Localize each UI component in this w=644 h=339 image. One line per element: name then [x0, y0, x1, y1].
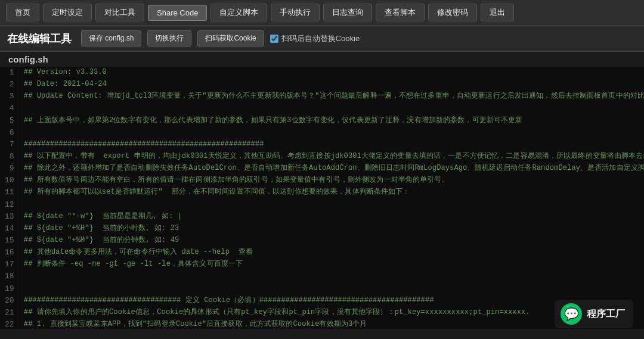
line-code: ## 所有的脚本都可以以set是否静默运行" 部分，在不同时间设置不同值，以达到… [17, 186, 644, 198]
line-number: 20 [0, 295, 17, 307]
table-row: 10 ## 所有数值等号两边不能有空白，所有的值请一律在两侧添加半角的双引号，如… [0, 175, 644, 186]
line-number: 11 [0, 186, 17, 198]
table-row: 4 [0, 102, 644, 114]
table-row: 5 ## 上面版本号中，如果第2位数字有变化，那么代表增加了新的参数，如果只有第… [0, 115, 644, 127]
page-title: 在线编辑工具 [7, 32, 72, 46]
line-number: 7 [0, 139, 17, 151]
table-row: 20 #################################### … [0, 295, 644, 307]
watermark: 💬 程序工厂 [555, 300, 633, 328]
line-code: ## ${date "*-w"} 当前星是是期几, 如: | [17, 211, 644, 223]
code-table: 1 ## Version: v3.33.02 ## Date: 2021-04-… [0, 67, 644, 329]
table-row: 12 [0, 199, 644, 211]
table-row: 13 ## ${date "*-w"} 当前星是是期几, 如: | [0, 211, 644, 223]
line-code: ## 其他date命令更多用法，可在命令行中输入 date --help 查看 [17, 247, 644, 259]
line-number: 6 [0, 127, 17, 139]
line-number: 21 [0, 307, 17, 319]
line-number: 14 [0, 223, 17, 235]
line-number: 13 [0, 211, 17, 223]
line-number: 17 [0, 259, 17, 270]
save-button[interactable]: 保存 config.sh [81, 30, 141, 46]
table-row: 9 ## 除此之外，还额外增加了是否自动删除失效任务AutoDelCron、是否… [0, 163, 644, 175]
wechat-icon: 💬 [561, 303, 582, 325]
table-row: 1 ## Version: v3.33.0 [0, 67, 644, 79]
nav-btn-share-code[interactable]: Share Code [148, 5, 207, 21]
table-row: 8 ## 以下配置中，带有 export 申明的，均由jdk0301天悦定义，其… [0, 151, 644, 163]
line-code [17, 127, 644, 139]
line-code: ## 1. 直接到某宝或某东APP，找到"扫码登录Cookie"后直接获取，此方… [17, 319, 644, 329]
line-number: 18 [0, 270, 17, 282]
table-row: 7 ######################################… [0, 139, 644, 151]
line-code [17, 283, 644, 295]
nav-btn-手动执行[interactable]: 手动执行 [271, 4, 320, 21]
table-row: 19 [0, 283, 644, 295]
line-code: ## Version: v3.33.0 [17, 67, 644, 79]
line-number: 2 [0, 79, 17, 91]
table-row: 18 [0, 270, 644, 282]
table-row: 16 ## 其他date命令更多用法，可在命令行中输入 date --help … [0, 247, 644, 259]
editor-area[interactable]: 1 ## Version: v3.33.02 ## Date: 2021-04-… [0, 67, 644, 329]
auto-convert-checkbox[interactable] [270, 35, 278, 43]
line-number: 4 [0, 102, 17, 114]
nav-btn-日志查询[interactable]: 日志查询 [323, 4, 372, 21]
table-row: 11 ## 所有的脚本都可以以set是否静默运行" 部分，在不同时间设置不同值，… [0, 186, 644, 198]
table-row: 14 ## ${date "+%H"} 当前的小时数, 如: 23 [0, 223, 644, 235]
line-code: ## 除此之外，还额外增加了是否自动删除失效任务AutoDelCron、是否自动… [17, 163, 644, 175]
line-number: 16 [0, 247, 17, 259]
line-code: ########################################… [17, 139, 644, 151]
table-row: 3 ## Update Content: 增加jd_tcl3环境变量，关于"更新… [0, 91, 644, 102]
line-code: ## Date: 2021-04-24 [17, 79, 644, 91]
nav-btn-定时设定[interactable]: 定时设定 [43, 4, 92, 21]
nav-btn-退出[interactable]: 退出 [481, 4, 514, 21]
nav-btn-查看脚本[interactable]: 查看脚本 [376, 4, 425, 21]
line-number: 3 [0, 91, 17, 102]
line-code: ## 上面版本号中，如果第2位数字有变化，那么代表增加了新的参数，如果只有第3位… [17, 115, 644, 127]
table-row: 21 ## 请你先填入你的用户的Cookie信息，Cookie的具体形式（只有p… [0, 307, 644, 319]
line-code: ## 以下配置中，带有 export 申明的，均由jdk0301天悦定义，其他互… [17, 151, 644, 163]
line-number: 19 [0, 283, 17, 295]
table-row: 6 [0, 127, 644, 139]
table-row: 17 ## 判断条件 -eq -ne -gt -ge -lt -le，具体含义可… [0, 259, 644, 270]
file-label: config.sh [0, 52, 644, 67]
line-number: 10 [0, 175, 17, 186]
table-row: 2 ## Date: 2021-04-24 [0, 79, 644, 91]
line-code [17, 270, 644, 282]
nav-btn-修改密码[interactable]: 修改密码 [428, 4, 477, 21]
line-code [17, 102, 644, 114]
line-code: ## 请你先填入你的用户的Cookie信息，Cookie的具体形式（只有pt_k… [17, 307, 644, 319]
navbar: 首页定时设定对比工具Share Code自定义脚本手动执行日志查询查看脚本修改密… [0, 0, 644, 26]
line-number: 22 [0, 319, 17, 329]
line-code: ## 判断条件 -eq -ne -gt -ge -lt -le，具体含义可百度一… [17, 259, 644, 270]
line-code: ## ${date "+%H"} 当前的小时数, 如: 23 [17, 223, 644, 235]
table-row: 22 ## 1. 直接到某宝或某东APP，找到"扫码登录Cookie"后直接获取… [0, 319, 644, 329]
scan-cookie-button[interactable]: 扫码获取Cookie [197, 30, 264, 46]
line-number: 8 [0, 151, 17, 163]
line-code: ## 所有数值等号两边不能有空白，所有的值请一律在两侧添加半角的双引号，如果变量… [17, 175, 644, 186]
nav-btn-首页[interactable]: 首页 [6, 4, 39, 21]
line-number: 9 [0, 163, 17, 175]
line-number: 1 [0, 67, 17, 79]
auto-convert-label: 扫码后自动替换Cookie [281, 33, 360, 44]
watermark-text: 程序工厂 [587, 308, 625, 321]
line-number: 12 [0, 199, 17, 211]
nav-btn-自定义脚本[interactable]: 自定义脚本 [210, 4, 267, 21]
auto-convert-wrap: 扫码后自动替换Cookie [270, 33, 360, 44]
nav-btn-对比工具[interactable]: 对比工具 [95, 4, 144, 21]
line-code: ## ${date "+%M"} 当前的分钟数, 如: 49 [17, 235, 644, 247]
switch-button[interactable]: 切换执行 [147, 30, 191, 46]
line-code [17, 199, 644, 211]
line-number: 15 [0, 235, 17, 247]
line-code: ## Update Content: 增加jd_tcl3环境变量，关于"更新为什… [17, 91, 644, 102]
table-row: 15 ## ${date "+%M"} 当前的分钟数, 如: 49 [0, 235, 644, 247]
line-code: #################################### 定义 … [17, 295, 644, 307]
toolbar: 在线编辑工具 保存 config.sh 切换执行 扫码获取Cookie 扫码后自… [0, 26, 644, 52]
line-number: 5 [0, 115, 17, 127]
